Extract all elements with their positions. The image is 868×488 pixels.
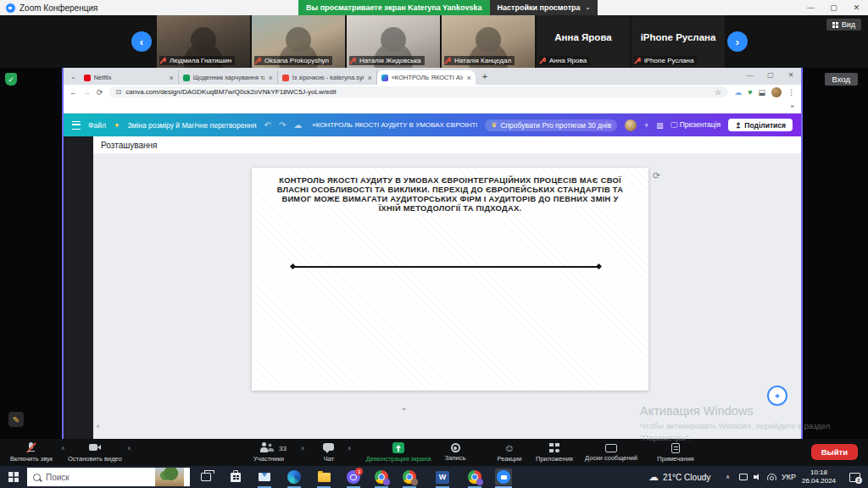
back-icon[interactable]: ← [70,88,77,97]
unmute-button[interactable]: Включить звук [5,439,58,466]
browser-minimize-button[interactable]: — [740,68,760,81]
weather-widget[interactable]: ☁ 21°C Cloudy [648,466,710,488]
signin-button[interactable]: Вход [825,73,859,86]
taskbar-search-box[interactable]: Поиск [27,468,190,486]
whiteboards-button[interactable]: Доски сообщений [573,439,649,466]
forward-icon[interactable]: → [83,88,91,97]
presentation-slide[interactable]: КОНТРОЛЬ ЯКОСТІ АУДИТУ В УМОВАХ ЄВРОІНТЕ… [252,168,648,391]
participants-button[interactable]: 33 Участники [242,439,296,466]
notification-icon: 2 [849,473,860,482]
canva-menu-icon[interactable] [72,121,81,130]
browser-close-button[interactable]: ✕ [781,68,801,81]
mail-button[interactable] [256,469,273,485]
try-pro-button[interactable]: ♛ Спробувати Pro протягом 30 днів [485,119,617,131]
chrome-profile2-button[interactable] [401,469,418,485]
canva-doc-title[interactable]: «КОНТРОЛЬ ЯКОСТІ АУДИТУ В УМОВАХ ЄВРОІНТ… [312,121,477,129]
apps-label: Приложения [536,455,573,463]
filmstrip-left-arrow[interactable]: ‹ [95,422,101,430]
tray-monitor-button[interactable] [739,466,748,488]
reload-icon[interactable]: ⟳ [97,88,103,97]
browser-profile-avatar[interactable] [771,87,782,97]
notes-button[interactable]: Примечания [648,439,704,466]
participant-tile[interactable]: Анна ЯроваАнна Ярова [537,15,630,68]
start-button[interactable] [8,472,19,482]
bookmarks-overflow-icon[interactable]: » [791,103,794,110]
browser-maximize-button[interactable]: ▢ [760,68,781,81]
canva-user-avatar[interactable] [625,119,637,131]
participant-name: Наталія Жидовська [359,57,421,64]
maximize-button[interactable]: ▢ [822,0,845,15]
participant-tile[interactable]: Наталія Жидовська [347,15,440,68]
zoom-app-button[interactable] [495,469,512,485]
bookmark-star-icon[interactable]: ☆ [715,88,721,97]
tab-close-button[interactable]: × [466,74,470,82]
redo-icon[interactable]: ↷ [279,120,286,130]
edge-button[interactable] [286,469,303,485]
view-settings-button[interactable]: Настройки просмотра ⌄ [490,0,598,15]
tab-close-button[interactable]: × [268,74,272,82]
browser-tab[interactable]: Із зірочкою - kateryna.syreti…× [278,70,377,85]
record-button[interactable]: Запись [433,439,477,466]
browser-tab[interactable]: Щоденник харчування та тр…× [179,70,278,85]
browser-tab[interactable]: Netflix× [80,70,179,85]
participant-tile[interactable]: Людмила Гнатишин [157,15,250,68]
chrome-profile1-button[interactable] [373,469,390,485]
position-panel-header[interactable]: Розташування [93,136,801,154]
annotate-pencil-button[interactable]: ✎ [8,412,24,427]
notification-center-button[interactable]: 2 [849,466,860,488]
new-tab-button[interactable]: + [476,71,494,81]
tab-close-button[interactable]: × [367,74,371,82]
file-explorer-button[interactable] [315,469,332,485]
tray-network-button[interactable] [767,466,776,488]
tray-volume-button[interactable] [754,466,762,488]
browser-menu-icon[interactable]: ⋮ [787,88,795,97]
canva-assistant-button[interactable]: ✦ [767,385,787,406]
task-view-button[interactable] [198,469,214,485]
participants-options-chevron-icon[interactable]: ∧ [301,445,304,451]
site-info-icon[interactable]: ⊡ [116,88,122,96]
search-highlight-image[interactable] [155,468,184,486]
stop-video-button[interactable]: Остановить видео [64,439,125,466]
canva-resize-button[interactable]: Зміна розміру й Магічне перетворення [127,121,256,130]
scroll-left-button[interactable]: ‹ [131,31,152,52]
participant-name-large: iPhone Руслана [632,32,725,42]
word-button[interactable]: W [434,469,451,485]
canva-file-menu[interactable]: Файл [88,121,106,130]
participant-tile[interactable]: iPhone РусланаiPhone Руслана [632,15,725,68]
extensions-puzzle-icon[interactable]: ⬓ [758,88,765,97]
participant-tile[interactable]: Наталія Канцедал [442,15,535,68]
scroll-right-button[interactable]: › [727,31,748,52]
rotate-refresh-icon[interactable]: ⟳ [653,170,660,181]
insights-chart-icon[interactable]: ▥ [656,121,663,130]
undo-icon[interactable]: ↶ [264,120,271,130]
canva-share-button[interactable]: ↥ Поділитися [728,119,793,131]
chat-button[interactable]: Чат [314,439,344,466]
tray-expand-button[interactable]: ∧ [726,466,730,488]
browser-tab[interactable]: «КОНТРОЛЬ ЯКОСТІ АУДИТ…× [377,70,476,85]
share-screen-button[interactable]: Демонстрация экрана [352,439,445,466]
reactions-button[interactable]: ☺ Реакции [487,439,531,466]
leave-meeting-button[interactable]: Выйти [811,444,858,460]
close-button[interactable]: ✕ [845,0,868,15]
notification-badge: 2 [855,477,862,484]
participant-tile[interactable]: Oksana Prokopyshyn [252,15,345,68]
chrome-icon [468,470,481,484]
present-button[interactable]: 🖵 Презентація [670,120,721,130]
extension-cloud-icon[interactable]: ☁ [734,88,742,97]
chat-options-chevron-icon[interactable]: ∧ [348,445,351,451]
language-indicator[interactable]: УКР [782,466,796,488]
add-member-button[interactable]: + [644,121,648,130]
view-button[interactable]: Вид [826,19,861,30]
tab-search-chevron-icon[interactable]: ⌄ [67,73,80,80]
chrome-profile3-button[interactable] [466,469,483,485]
viber-button[interactable]: 3 [345,469,362,485]
collapse-chevron-icon[interactable]: ⌄ [401,403,408,412]
clock-widget[interactable]: 10:18 26.04.2024 [802,466,836,488]
extension-heart-icon[interactable]: ♥ [748,88,752,97]
microsoft-store-button[interactable] [227,469,244,485]
url-field[interactable]: ⊡ canva.com/design/DAGDKuqBM7w/Q0ck2oVNk… [109,86,729,97]
video-options-chevron-icon[interactable]: ∧ [127,445,131,451]
bookmarks-bar: » [64,99,801,114]
tab-close-button[interactable]: × [169,74,173,82]
minimize-button[interactable]: — [799,0,822,15]
